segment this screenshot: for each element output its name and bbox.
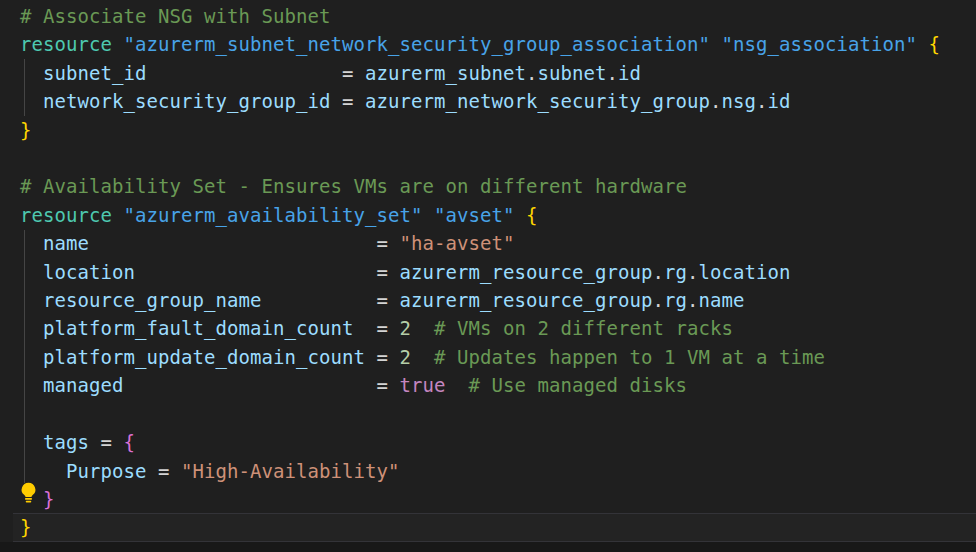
code-line: } bbox=[20, 116, 940, 144]
code-line: # Availability Set - Ensures VMs are on … bbox=[20, 172, 940, 200]
code-line: Purpose = "High-Availability" bbox=[20, 457, 940, 485]
code-line: name = "ha-avset" bbox=[20, 229, 940, 257]
code-editor[interactable]: # Associate NSG with Subnetresource "azu… bbox=[0, 0, 976, 552]
code-line: resource "azurerm_subnet_network_securit… bbox=[20, 30, 940, 58]
code-line: subnet_id = azurerm_subnet.subnet.id bbox=[20, 59, 940, 87]
code-line: platform_update_domain_count = 2 # Updat… bbox=[20, 343, 940, 371]
code-line: platform_fault_domain_count = 2 # VMs on… bbox=[20, 314, 940, 342]
code-line: network_security_group_id = azurerm_netw… bbox=[20, 87, 940, 115]
code-content: # Associate NSG with Subnetresource "azu… bbox=[20, 2, 940, 542]
lightbulb-icon[interactable] bbox=[17, 481, 40, 504]
code-line: location = azurerm_resource_group.rg.loc… bbox=[20, 258, 940, 286]
code-line: tags = { bbox=[20, 428, 940, 456]
code-line: managed = true # Use managed disks bbox=[20, 371, 940, 399]
code-line: } bbox=[20, 485, 940, 513]
code-line bbox=[20, 400, 940, 428]
editor-bottom-edge bbox=[0, 542, 976, 552]
code-line: } bbox=[20, 513, 940, 541]
code-line: # Associate NSG with Subnet bbox=[20, 2, 940, 30]
lightbulb-glyph bbox=[17, 481, 40, 504]
code-line bbox=[20, 144, 940, 172]
code-line: resource "azurerm_availability_set" "avs… bbox=[20, 201, 940, 229]
code-line: resource_group_name = azurerm_resource_g… bbox=[20, 286, 940, 314]
